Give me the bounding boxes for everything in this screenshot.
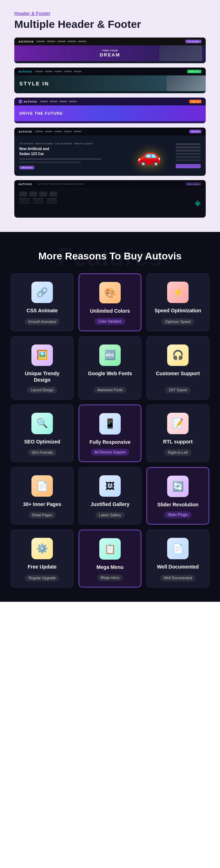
feature-icon: 📄	[31, 475, 53, 497]
feature-card-30+-inner-pages: 📄 30+ Inner Pages Detail Pages	[11, 467, 74, 525]
feature-icon: 🔤	[99, 344, 121, 366]
feature-name: Well Documented	[157, 564, 199, 570]
feature-badge: Smooth Animated	[25, 318, 60, 325]
feature-badge: Layout Design	[27, 387, 57, 393]
feature-icon: 📄	[167, 538, 189, 559]
feature-icon: 🔍	[31, 413, 53, 434]
features-grid: 🔗 CSS Animate Smooth Animated 🎨 Unlimite…	[11, 273, 209, 587]
section-title: Multiple Header & Footer	[14, 18, 206, 30]
nav-btn3[interactable]: Sign up	[189, 100, 201, 103]
mockup-footer: AUTOVIS LET'S GET STARTED ON SOMETHING G…	[14, 180, 206, 218]
feature-card-unlimited-colors: 🎨 Unlimited Colors Color Variation	[79, 273, 141, 331]
feature-icon: 📋	[99, 538, 121, 560]
feature-card-fully-responsive: 📱 Fully Responsive All Devices Support	[79, 405, 141, 462]
feature-badge: Detail Pages	[29, 512, 56, 519]
feature-icon: 🖼️	[31, 344, 53, 366]
nav-btn4[interactable]: Book now	[189, 130, 201, 133]
feature-icon: 🖼	[99, 475, 121, 497]
mockup-dark: AUTOVIS Get a quote FIND YOUR DREAM	[14, 38, 206, 63]
feature-icon: 📝	[167, 413, 189, 434]
feature-card-css-animate: 🔗 CSS Animate Smooth Animated	[11, 273, 74, 331]
feature-name: RTL support	[163, 438, 193, 445]
feature-name: Unique Trendy Design	[16, 370, 68, 383]
mockup-car-feature: AUTOVIS Book now Our services About comp…	[14, 128, 206, 176]
feature-name: Mega Menu	[96, 564, 124, 570]
features-title: More Reasons To Buy Autovis	[11, 250, 209, 263]
feature-badge: Right-to-Left	[164, 449, 191, 456]
feature-name: 30+ Inner Pages	[23, 501, 61, 507]
feature-name: Slider Revolution	[157, 501, 198, 508]
feature-icon: 📱	[99, 413, 121, 435]
feature-name: Customer Support	[156, 370, 200, 377]
mockup-purple: AUTOVIS Sign up DRIVE THE FUTURE	[14, 98, 206, 123]
feature-card-speed-optimization: ⚡ Speed Optimization Optimize Speed	[146, 273, 209, 331]
feature-badge: Mega menu	[97, 574, 123, 581]
feature-badge: SEO-Friendly	[28, 449, 56, 456]
feature-card-justified-gallery: 🖼 Justified Gallery Latest Gallery	[79, 467, 141, 525]
features-section: Features More Reasons To Buy Autovis 🔗 C…	[0, 232, 220, 602]
section-subtitle: Header & Footer	[14, 11, 206, 16]
feature-badge: All Devices Support	[91, 449, 129, 456]
footer-nav-btn[interactable]: Book a service	[185, 182, 201, 186]
feature-card-slider-revolution: 🔄 Slider Revolution Slider Plugin	[146, 467, 209, 525]
feature-card-unique-trendy-design: 🖼️ Unique Trendy Design Layout Design	[11, 336, 74, 400]
feature-icon: 🎨	[99, 282, 121, 303]
feature-name: Free Update	[28, 564, 57, 570]
mockup-teal: AUTOVIS Book now STYLE IN	[14, 68, 206, 93]
header-footer-section: Header & Footer Multiple Header & Footer…	[0, 0, 220, 232]
feature-card-seo-optimized: 🔍 SEO Optimized SEO-Friendly	[11, 405, 74, 462]
feature-badge: Regular Upgrade	[25, 575, 59, 581]
feature-name: Google Web Fonts	[88, 370, 132, 377]
feature-name: Unlimited Colors	[90, 308, 130, 314]
feature-card-google-web-fonts: 🔤 Google Web Fonts Awesome Fonts	[79, 336, 141, 400]
feature-icon: ⚙️	[31, 538, 53, 559]
feature-badge: Awesome Fonts	[94, 387, 126, 393]
feature-badge: 24/7 Suport	[165, 387, 191, 393]
feature-badge: Latest Gallery	[95, 512, 125, 519]
nav-btn[interactable]: Get a quote	[185, 40, 201, 43]
brand-logo: AUTOVIS	[19, 40, 34, 43]
feature-name: Justified Gallery	[91, 501, 130, 507]
feature-badge: Color Variation	[95, 318, 125, 325]
feature-name: SEO Optimized	[24, 438, 60, 445]
feature-name: Speed Optimization	[155, 307, 201, 314]
nav-btn2[interactable]: Book now	[187, 70, 201, 73]
feature-name: CSS Animate	[26, 307, 58, 314]
feature-icon: ⚡	[167, 282, 189, 303]
feature-card-customer-support: 🎧 Customer Support 24/7 Suport	[146, 336, 209, 400]
features-header: Features More Reasons To Buy Autovis	[11, 250, 209, 263]
feature-icon: 🎧	[167, 344, 189, 366]
feature-card-mega-menu: 📋 Mega Menu Mega menu	[79, 530, 141, 587]
car-btn[interactable]: Book now	[19, 166, 34, 169]
feature-card-free-update: ⚙️ Free Update Regular Upgrade	[11, 530, 74, 587]
feature-badge: Optimize Speed	[161, 318, 194, 325]
feature-name: Fully Responsive	[89, 439, 130, 445]
feature-card-rtl-support: 📝 RTL support Right-to-Left	[146, 405, 209, 462]
feature-icon: 🔄	[167, 476, 189, 497]
header-mockups: AUTOVIS Get a quote FIND YOUR DREAM	[14, 38, 206, 218]
feature-icon: 🔗	[31, 282, 53, 303]
feature-card-well-documented: 📄 Well Documented Well Documented	[146, 530, 209, 587]
feature-badge: Well Documented	[160, 575, 196, 581]
feature-badge: Slider Plugin	[164, 511, 191, 518]
